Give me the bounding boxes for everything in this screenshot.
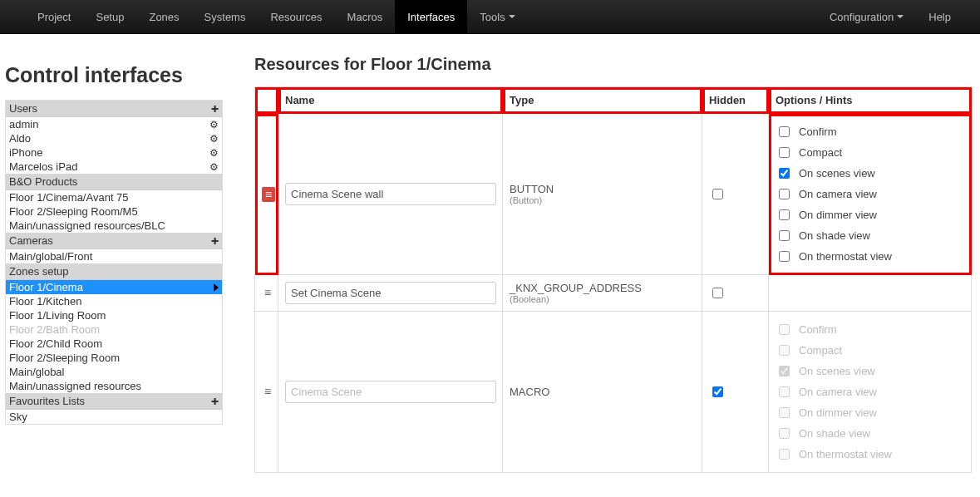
nav-item-resources[interactable]: Resources [258,0,334,33]
option-checkbox [779,428,790,439]
nav-help-label: Help [928,11,951,23]
hidden-checkbox[interactable] [712,386,723,397]
nav-item-tools[interactable]: Tools [467,0,527,33]
option-row[interactable]: On shade view [776,426,964,441]
table-row: ≡MACROConfirmCompactOn scenes viewOn cam… [255,312,972,473]
nav-configuration[interactable]: Configuration [817,0,916,33]
resources-table: Name Type Hidden Options / Hints ≡BUTTON… [254,86,972,473]
option-label: On shade view [799,229,870,242]
nav-item-project[interactable]: Project [25,0,83,33]
plus-icon[interactable] [211,395,219,407]
gear-icon[interactable] [209,160,219,173]
tree-item[interactable]: iPhone [6,145,222,160]
option-row[interactable]: On dimmer view [776,207,964,223]
option-row[interactable]: Confirm [776,124,964,140]
tree-item[interactable]: Aldo [6,131,222,145]
tree-item[interactable]: Main/global [6,365,222,379]
tree-item-label: Floor 1/Living Room [9,309,106,322]
option-checkbox[interactable] [779,230,790,241]
option-row[interactable]: On shade view [776,228,964,244]
option-label: On dimmer view [799,406,877,419]
tree-item[interactable]: admin [6,117,222,131]
option-row[interactable]: On camera view [776,384,964,400]
option-row[interactable]: On thermostat view [776,248,964,264]
option-label: On dimmer view [799,209,877,221]
option-row[interactable]: Compact [776,145,964,160]
col-name-header: Name [278,87,503,114]
option-row[interactable]: On camera view [776,186,964,202]
tree-item[interactable]: Floor 1/Cinema/Avant 75 [6,190,222,204]
tree-item[interactable]: Floor 2/Sleeping Room [6,351,222,365]
tree-item-label: Floor 2/Sleeping Room/M5 [9,205,138,218]
option-checkbox [779,407,790,418]
drag-handle-icon[interactable]: ≡ [262,287,273,298]
option-checkbox[interactable] [779,251,790,262]
gear-icon[interactable] [209,146,219,159]
sidebar-title: Control interfaces [5,63,229,87]
table-row: ≡_KNX_GROUP_ADDRESS(Boolean) [255,275,972,312]
tree-item[interactable]: Floor 1/Kitchen [6,294,222,308]
option-checkbox[interactable] [779,126,790,137]
col-options-header: Options / Hints [769,87,972,114]
tree-item-label: Marcelos iPad [9,160,77,173]
tree-item[interactable]: Main/unassigned resources/BLC [6,219,222,233]
nav-configuration-label: Configuration [830,11,894,23]
tree-item-label: Floor 2/Sleeping Room [9,352,120,364]
resource-type: _KNX_GROUP_ADDRESS [510,282,695,294]
tree-section-header[interactable]: Users [6,101,222,117]
table-row: ≡BUTTON(Button)ConfirmCompactOn scenes v… [255,114,972,275]
tree-section-label: Cameras [9,234,53,247]
plus-icon[interactable] [211,102,219,115]
gear-icon[interactable] [209,132,219,145]
chevron-down-icon [897,15,904,18]
gear-icon[interactable] [209,118,219,130]
tree-item[interactable]: Main/global/Front [6,249,222,263]
option-checkbox [779,449,790,460]
tree-section-header[interactable]: Zones setup [6,263,222,280]
option-checkbox[interactable] [779,189,790,199]
col-handle-header [255,87,278,114]
tree-item[interactable]: Floor 1/Living Room [6,308,222,322]
option-checkbox[interactable] [779,147,790,158]
nav-item-macros[interactable]: Macros [335,0,396,33]
resource-name-input[interactable] [285,282,496,304]
nav-help[interactable]: Help [916,0,963,33]
option-checkbox[interactable] [779,168,790,179]
option-row[interactable]: Confirm [776,322,964,337]
tree-item[interactable]: Floor 2/Child Room [6,337,222,351]
nav-item-label: Zones [149,11,179,23]
drag-handle-icon[interactable]: ≡ [262,187,275,202]
tree-item[interactable]: Marcelos iPad [6,160,222,174]
nav-item-zones[interactable]: Zones [136,0,191,33]
option-row[interactable]: On dimmer view [776,405,964,421]
option-checkbox[interactable] [779,209,790,220]
plus-icon[interactable] [211,234,219,247]
nav-item-interfaces[interactable]: Interfaces [395,0,467,33]
tree-item[interactable]: Floor 1/Cinema [6,280,222,294]
option-row[interactable]: On thermostat view [776,446,964,462]
tree-item[interactable]: Main/unassigned resources [6,379,222,393]
hidden-checkbox[interactable] [712,288,723,298]
tree-section-label: Zones setup [9,265,69,278]
tree-item-label: Sky [9,411,27,423]
resource-name-input[interactable] [285,381,496,403]
option-checkbox [779,324,790,335]
tree-section-header[interactable]: Favourites Lists [6,393,222,410]
resource-name-input[interactable] [285,183,496,205]
option-label: On scenes view [799,365,875,377]
nav-item-setup[interactable]: Setup [83,0,136,33]
tree-item[interactable]: Floor 2/Sleeping Room/M5 [6,204,222,219]
option-row[interactable]: On scenes view [776,165,964,181]
hidden-checkbox[interactable] [712,189,723,199]
drag-handle-icon[interactable]: ≡ [262,386,273,397]
tree-item[interactable]: Sky [6,410,222,424]
option-row[interactable]: Compact [776,342,964,358]
nav-item-systems[interactable]: Systems [192,0,259,33]
option-label: On scenes view [799,167,875,180]
tree-item-label: Floor 1/Kitchen [9,295,81,308]
tree-section-header[interactable]: B&O Products [6,174,222,190]
tree-section-header[interactable]: Cameras [6,233,222,249]
tree-item[interactable]: Floor 2/Bath Room [6,322,222,337]
option-row[interactable]: On scenes view [776,363,964,379]
arrow-right-icon [214,283,219,292]
